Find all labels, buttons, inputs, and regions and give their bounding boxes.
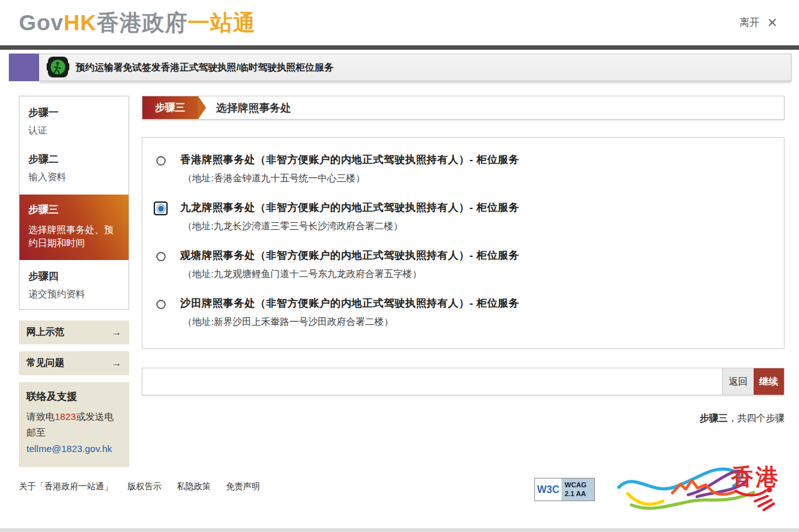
arrow-right-icon: →: [112, 358, 122, 369]
step-badge: 步骤三: [142, 96, 198, 119]
contact-support-box: 联络及支援 请致电1823或发送电邮至 tellme@1823.gov.hk: [19, 382, 129, 467]
step-3-title: 步骤三: [28, 203, 120, 217]
banner-strip: 预约运输署免试签发香港正式驾驶执照/临时驾驶执照柜位服务: [39, 54, 791, 81]
step-2-title: 步骤二: [28, 153, 120, 166]
sidebar-step-2: 步骤二 输入资料: [20, 145, 129, 192]
progress-total-steps: ，共四个步骤: [728, 412, 785, 423]
footer-links: 关于「香港政府一站通」 版权告示 私隐政策 免责声明: [19, 481, 260, 492]
option-sha-tin-office[interactable]: 沙田牌照事务处（非智方便账户的内地正式驾驶执照持有人）- 柜位服务 （地址:新界…: [154, 297, 773, 328]
radio-office-2[interactable]: [154, 249, 168, 263]
back-button[interactable]: 返回: [722, 368, 754, 395]
sidebar-step-3-active: 步骤三 选择牌照事务处、预约日期和时间: [20, 195, 129, 261]
footer: 关于「香港政府一站通」 版权告示 私隐政策 免责声明 W3C WCAG 2.1 …: [0, 458, 799, 528]
sidebar: 步骤一 认证 步骤二 输入资料 步骤三 选择牌照事务处、预约日期和时间 步骤四 …: [19, 96, 129, 467]
page-title: 选择牌照事务处: [216, 101, 291, 115]
page: GovHK香港政府一站通 离开 ✕ 预约运输署免试签发香港正式驾驶执照/临时驾驶…: [0, 0, 799, 532]
radio-office-0[interactable]: [154, 154, 168, 167]
service-banner: 预约运输署免试签发香港正式驾驶执照/临时驾驶执照柜位服务: [9, 54, 791, 81]
option-label: 香港牌照事务处（非智方便账户的内地正式驾驶执照持有人）- 柜位服务: [180, 153, 519, 167]
faq-label: 常见问题: [26, 357, 64, 369]
footer-link-copyright[interactable]: 版权告示: [128, 481, 162, 492]
contact-title: 联络及支援: [26, 390, 122, 404]
contact-phone: 1823: [55, 411, 76, 422]
step-3-subtitle: 选择牌照事务处、预约日期和时间: [28, 223, 120, 251]
footer-link-privacy[interactable]: 私隐政策: [177, 481, 211, 492]
step-4-subtitle: 递交预约资料: [28, 287, 120, 301]
leave-label: 离开: [739, 16, 759, 30]
step-badge-arrow-icon: [198, 96, 206, 120]
step-1-subtitle: 认证: [28, 123, 120, 137]
step-1-title: 步骤一: [28, 106, 120, 120]
steps-nav: 步骤一 认证 步骤二 输入资料 步骤三 选择牌照事务处、预约日期和时间 步骤四 …: [19, 96, 129, 310]
demo-label: 网上示范: [26, 326, 64, 338]
wcag-level: WCAG 2.1 AA: [561, 478, 594, 501]
option-label: 九龙牌照事务处（非智方便账户的内地正式驾驶执照持有人）- 柜位服务: [180, 201, 519, 215]
leave-button[interactable]: 离开 ✕: [739, 15, 778, 30]
top-header: GovHK香港政府一站通 离开 ✕: [0, 0, 799, 45]
footer-link-disclaimer[interactable]: 免责声明: [226, 481, 260, 492]
step-4-title: 步骤四: [28, 270, 120, 283]
option-label: 观塘牌照事务处（非智方便账户的内地正式驾驶执照持有人）- 柜位服务: [180, 249, 519, 263]
w3c-logo: W3C: [535, 478, 561, 501]
govhk-logo: GovHK香港政府一站通: [19, 8, 256, 38]
option-label: 沙田牌照事务处（非智方便账户的内地正式驾驶执照持有人）- 柜位服务: [180, 297, 519, 310]
banner-purple-block: [9, 54, 39, 81]
arrow-right-icon: →: [112, 327, 122, 338]
sidebar-step-4: 步骤四 递交预约资料: [20, 263, 129, 309]
progress-indicator: 步骤三，共四个步骤: [142, 412, 785, 424]
logo-cn-gray: 香港政府: [97, 10, 188, 35]
option-address: （地址:九龙观塘鲤鱼门道十二号东九龙政府合署五字楼）: [180, 268, 519, 280]
contact-email-link[interactable]: tellme@1823.gov.hk: [26, 441, 112, 457]
option-kowloon-office[interactable]: 九龙牌照事务处（非智方便账户的内地正式驾驶执照持有人）- 柜位服务 （地址:九龙…: [154, 201, 773, 232]
progress-current-step: 步骤三: [699, 412, 728, 423]
option-address: （地址:香港金钟道九十五号统一中心三楼）: [180, 173, 519, 184]
sidebar-item-demo[interactable]: 网上示范 →: [19, 320, 129, 344]
logo-hk: HK: [64, 10, 97, 35]
hk-brand-logo: 香港: [614, 458, 785, 521]
action-bar: 返回 继续: [142, 368, 785, 395]
traffic-light-icon: [47, 56, 69, 79]
sidebar-item-faq[interactable]: 常见问题 →: [19, 351, 129, 375]
main-panel: 步骤三 选择牌照事务处 香港牌照事务处（非智方便账户的内地正式驾驶执照持有人）-…: [142, 96, 785, 424]
option-kwun-tong-office[interactable]: 观塘牌照事务处（非智方便账户的内地正式驾驶执照持有人）- 柜位服务 （地址:九龙…: [154, 249, 773, 280]
close-icon[interactable]: ✕: [767, 15, 778, 30]
option-address: （地址:九龙长沙湾道三零三号长沙湾政府合署二楼）: [180, 220, 519, 232]
option-hong-kong-office[interactable]: 香港牌照事务处（非智方便账户的内地正式驾驶执照持有人）- 柜位服务 （地址:香港…: [154, 153, 773, 184]
service-title: 预约运输署免试签发香港正式驾驶执照/临时驾驶执照柜位服务: [76, 62, 333, 74]
content: 步骤一 认证 步骤二 输入资料 步骤三 选择牌照事务处、预约日期和时间 步骤四 …: [0, 81, 799, 467]
logo-gov: Gov: [19, 10, 64, 35]
wcag-badge[interactable]: W3C WCAG 2.1 AA: [534, 478, 595, 501]
radio-office-1[interactable]: [154, 201, 168, 215]
sidebar-step-1: 步骤一 认证: [20, 99, 129, 145]
brand-hk-text: 香港: [731, 462, 780, 493]
step-2-subtitle: 输入资料: [28, 170, 120, 184]
contact-body: 请致电1823或发送电邮至 tellme@1823.gov.hk: [26, 409, 122, 457]
step-header: 步骤三 选择牌照事务处: [142, 96, 785, 120]
footer-link-about[interactable]: 关于「香港政府一站通」: [19, 481, 113, 492]
radio-office-3[interactable]: [154, 297, 168, 311]
header-divider: [0, 45, 799, 50]
logo-cn-orange: 一站通: [188, 10, 256, 35]
contact-text-before: 请致电: [26, 411, 55, 422]
option-address: （地址:新界沙田上禾輋路一号沙田政府合署二楼）: [180, 316, 519, 328]
continue-button[interactable]: 继续: [754, 368, 784, 395]
office-options: 香港牌照事务处（非智方便账户的内地正式驾驶执照持有人）- 柜位服务 （地址:香港…: [142, 137, 785, 349]
